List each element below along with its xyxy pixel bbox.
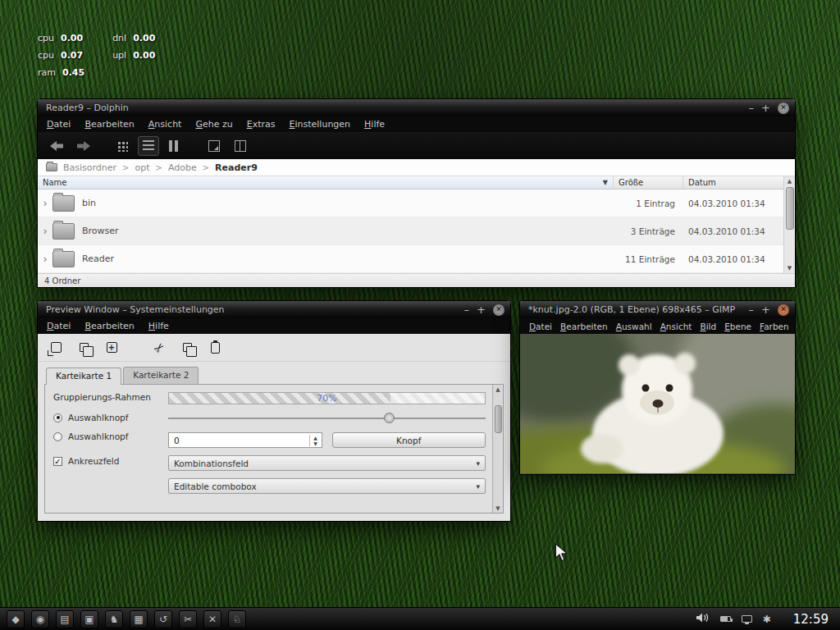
launcher-icon-3[interactable]: ▤: [56, 610, 74, 628]
volume-icon[interactable]: [696, 611, 710, 627]
breadcrumb-item-opt[interactable]: opt: [135, 162, 150, 173]
preview-button[interactable]: [203, 136, 225, 156]
menu-ebene[interactable]: Ebene: [724, 322, 751, 331]
menu-ansicht[interactable]: Ansicht: [660, 322, 692, 331]
launcher-icon-2[interactable]: ◉: [31, 610, 49, 628]
settings-titlebar[interactable]: Preview Window – Systemeinstellungen – +…: [38, 301, 510, 318]
minimize-icon[interactable]: –: [464, 304, 470, 315]
menu-bild[interactable]: Bild: [700, 322, 716, 331]
slider[interactable]: [168, 412, 486, 425]
spin-down-icon[interactable]: ▼: [313, 441, 317, 446]
menu-einstellungen[interactable]: Einstellungen: [290, 119, 351, 130]
column-header-size[interactable]: Größe: [614, 176, 683, 189]
checkbox-checked-icon[interactable]: ✓: [53, 457, 62, 466]
back-button[interactable]: [46, 136, 67, 156]
vertical-scrollbar[interactable]: ▲ ▼: [783, 176, 795, 273]
menu-bearbeiten[interactable]: Bearbeiten: [84, 321, 134, 331]
table-row[interactable]: › Browser 3 Einträge 04.03.2010 01:34: [38, 217, 783, 245]
scroll-up-icon[interactable]: ▲: [788, 176, 792, 186]
forward-button[interactable]: [72, 136, 94, 156]
tab-karteikarte-1[interactable]: Karteikarte 1: [46, 368, 121, 385]
menu-extras[interactable]: Extras: [247, 119, 276, 130]
scroll-up-icon[interactable]: ▲: [495, 385, 500, 394]
combobox[interactable]: Kombinationsfeld ▾: [168, 455, 486, 471]
duplicate-button[interactable]: [75, 340, 92, 356]
menu-ansicht[interactable]: Ansicht: [148, 119, 182, 130]
minimize-icon[interactable]: –: [749, 304, 755, 315]
menu-auswahl[interactable]: Auswahl: [616, 322, 652, 331]
menu-hilfe[interactable]: Hilfe: [364, 119, 385, 130]
expander-icon[interactable]: ›: [38, 197, 52, 209]
dock-window-button[interactable]: [48, 340, 64, 356]
maximize-icon[interactable]: +: [761, 304, 770, 315]
maximize-icon[interactable]: +: [761, 103, 770, 113]
launcher-icon-8[interactable]: ✂: [179, 610, 197, 628]
menu-datei[interactable]: Datei: [529, 322, 552, 331]
copy-button[interactable]: [179, 340, 195, 356]
gimp-titlebar[interactable]: *knut.jpg-2.0 (RGB, 1 Ebene) 698x465 – G…: [520, 301, 795, 318]
menu-farben[interactable]: Farben: [760, 322, 789, 331]
launcher-icon-10[interactable]: ♘: [228, 610, 246, 628]
spinbox[interactable]: 0 ▲ ▼: [168, 432, 322, 448]
launcher-icon-9[interactable]: ✕: [203, 610, 221, 628]
checkbox-row[interactable]: ✓ Ankreuzfeld: [53, 456, 157, 466]
paste-button[interactable]: [207, 340, 223, 356]
launcher-icon-4[interactable]: ▣: [80, 610, 98, 628]
new-window-button[interactable]: +: [103, 340, 120, 356]
menu-bearbeiten[interactable]: Bearbeiten: [560, 322, 608, 331]
close-icon[interactable]: ✕: [493, 304, 504, 316]
radio-unselected-icon[interactable]: [53, 432, 62, 441]
maximize-icon[interactable]: +: [477, 304, 486, 315]
slider-handle[interactable]: [384, 413, 395, 423]
battery-icon[interactable]: [720, 616, 731, 622]
upl-row: upl0.00: [112, 50, 155, 61]
session-icon[interactable]: ✱: [763, 614, 771, 625]
close-icon[interactable]: ✕: [778, 103, 789, 114]
menu-bearbeiten[interactable]: Bearbeiten: [84, 119, 134, 130]
spinbox-value[interactable]: 0: [169, 436, 309, 445]
menu-datei[interactable]: Datei: [47, 321, 71, 331]
scroll-down-icon[interactable]: ▼: [495, 504, 500, 513]
expander-icon[interactable]: ›: [38, 225, 52, 237]
breadcrumb-item-basisordner[interactable]: Basisordner: [63, 162, 116, 173]
launcher-icon-5[interactable]: ♞: [105, 610, 123, 628]
spinbox-stepper[interactable]: ▲ ▼: [309, 435, 322, 446]
cut-button[interactable]: ✂: [151, 340, 167, 356]
split-view-button[interactable]: [230, 136, 251, 156]
launcher-icon-7[interactable]: ↺: [154, 610, 172, 628]
dolphin-titlebar[interactable]: Reader9 – Dolphin – + ✕: [38, 99, 795, 116]
clock[interactable]: 12:59: [793, 612, 829, 627]
expander-icon[interactable]: ›: [38, 253, 52, 265]
image-canvas[interactable]: [520, 334, 795, 474]
spin-up-icon[interactable]: ▲: [313, 435, 317, 441]
breadcrumb-item-adobe[interactable]: Adobe: [168, 162, 197, 173]
date-header-label: Datum: [688, 178, 716, 187]
scrollbar-thumb[interactable]: [495, 405, 502, 433]
scroll-down-icon[interactable]: ▼: [788, 263, 792, 273]
launcher-icon-6[interactable]: ▦: [130, 610, 148, 628]
radio-selected-icon[interactable]: [53, 413, 62, 422]
table-row[interactable]: › Reader 11 Einträge 04.03.2010 01:34: [38, 245, 783, 273]
editable-combobox[interactable]: Editable combobox ▾: [168, 478, 486, 494]
icons-view-button[interactable]: [112, 136, 133, 156]
tab-karteikarte-2[interactable]: Karteikarte 2: [123, 367, 199, 384]
menu-gehe-zu[interactable]: Gehe zu: [195, 119, 232, 130]
knopf-button[interactable]: Knopf: [332, 432, 486, 448]
close-icon[interactable]: ✕: [778, 304, 789, 316]
menu-hilfe[interactable]: Hilfe: [148, 321, 169, 331]
scrollbar-thumb[interactable]: [786, 187, 794, 230]
columns-view-button[interactable]: [164, 136, 185, 156]
vertical-scrollbar[interactable]: ▲ ▼: [492, 385, 503, 513]
details-view-button[interactable]: [138, 136, 159, 156]
display-icon[interactable]: [742, 615, 752, 623]
breadcrumb-item-reader9[interactable]: Reader9: [215, 162, 258, 173]
sort-desc-icon[interactable]: ▼: [603, 179, 608, 186]
radio-row[interactable]: Auswahlknopf: [53, 413, 157, 422]
column-header-date[interactable]: Datum: [683, 176, 783, 189]
radio-row[interactable]: Auswahlknopf: [53, 431, 157, 441]
launcher-icon-1[interactable]: ◆: [7, 610, 25, 628]
menu-datei[interactable]: Datei: [47, 119, 71, 130]
table-row[interactable]: › bin 1 Eintrag 04.03.2010 01:34: [38, 189, 783, 217]
minimize-icon[interactable]: –: [749, 103, 755, 113]
column-header-name[interactable]: Name ▼: [38, 176, 614, 189]
